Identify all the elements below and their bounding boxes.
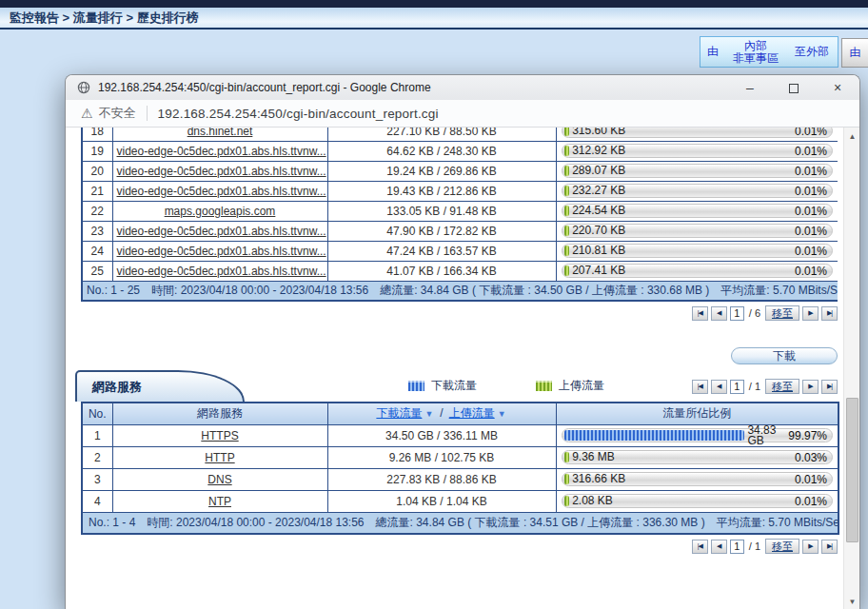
url-text[interactable]: 192.168.254.254:450/cgi-bin/account_repo… — [158, 107, 439, 121]
first-page-button[interactable]: |◀ — [692, 380, 708, 394]
page-content: 18 dns.hinet.net 227.10 KB / 88.50 KB 31… — [66, 128, 859, 609]
page-globe-icon — [77, 81, 90, 94]
header-row: No. 網路服務 下載流量▼/上傳流量▼ 流量所佔比例 — [82, 403, 838, 424]
table-row: 21 video-edge-0c5dec.pdx01.abs.hls.ttvnw… — [82, 181, 838, 201]
direction-selector-button[interactable]: 由 內部 非軍事區 至外部 — [700, 36, 838, 68]
first-page-button[interactable]: |◀ — [692, 540, 708, 554]
table-row: 24 video-edge-0c5dec.pdx01.abs.hls.ttvnw… — [82, 241, 838, 261]
table-row: 4 NTP 1.04 KB / 1.04 KB 2.08 KB0.01% — [82, 490, 838, 512]
vertical-scrollbar[interactable]: ▲ ▼ — [843, 128, 859, 609]
traffic-bar: 2.08 KB0.01% — [562, 494, 834, 508]
header-service: 網路服務 — [112, 403, 327, 424]
chrome-popup-window: 192.168.254.254:450/cgi-bin/account_repo… — [65, 74, 860, 609]
host-link[interactable]: video-edge-0c5dec.pdx01.abs.hls.ttvnw... — [117, 145, 326, 158]
host-link[interactable]: video-edge-0c5dec.pdx01.abs.hls.ttvnw... — [117, 185, 326, 198]
host-link[interactable]: video-edge-0c5dec.pdx01.abs.hls.ttvnw... — [117, 165, 326, 178]
traffic-cell: 227.10 KB / 88.50 KB — [327, 128, 556, 141]
last-page-button[interactable]: ▶| — [821, 306, 838, 321]
page-number-box[interactable]: 1 — [730, 540, 744, 554]
first-page-button[interactable]: |◀ — [692, 306, 708, 321]
direction-selector-partial-button[interactable]: 由 — [841, 38, 868, 68]
traffic-bar: 316.66 KB0.01% — [562, 472, 834, 486]
host-link[interactable]: video-edge-0c5dec.pdx01.abs.hls.ttvnw... — [117, 245, 326, 258]
page-number-box[interactable]: 1 — [730, 380, 744, 394]
rank-cell: 23 — [82, 221, 112, 241]
rank-cell: 22 — [82, 201, 112, 221]
rank-cell: 19 — [82, 141, 112, 161]
address-divider — [147, 106, 148, 121]
page-total-label: / 1 — [749, 381, 760, 392]
goto-page-button[interactable]: 移至 — [765, 539, 799, 554]
table-row: 18 dns.hinet.net 227.10 KB / 88.50 KB 31… — [82, 128, 838, 141]
table-row: 20 video-edge-0c5dec.pdx01.abs.hls.ttvnw… — [82, 161, 838, 181]
goto-page-button[interactable]: 移至 — [765, 379, 799, 394]
service-link[interactable]: DNS — [207, 473, 231, 486]
traffic-cell: 47.24 KB / 163.57 KB — [327, 241, 556, 261]
next-page-button[interactable]: ▶ — [802, 380, 819, 394]
sort-by-upload-link[interactable]: 上傳流量 — [449, 406, 495, 420]
summary-row: No.: 1 - 4 時間: 2023/04/18 00:00 - 2023/0… — [82, 512, 838, 534]
scroll-up-icon[interactable]: ▲ — [844, 129, 860, 144]
host-link[interactable]: dns.hinet.net — [187, 128, 253, 138]
maximize-button[interactable] — [772, 75, 816, 100]
last-page-button[interactable]: ▶| — [821, 540, 838, 554]
sort-desc-icon: ▼ — [424, 409, 433, 419]
traffic-cell: 41.07 KB / 166.34 KB — [327, 261, 556, 281]
goto-page-button[interactable]: 移至 — [765, 305, 799, 321]
rank-cell: 2 — [82, 446, 112, 468]
traffic-bar: 224.54 KB0.01% — [562, 204, 834, 218]
host-link[interactable]: video-edge-0c5dec.pdx01.abs.hls.ttvnw... — [117, 225, 326, 238]
page-total-label: / 1 — [749, 540, 760, 552]
table-row: 3 DNS 227.83 KB / 88.86 KB 316.66 KB0.01… — [82, 468, 838, 490]
page-number-box[interactable]: 1 — [730, 306, 744, 321]
address-bar[interactable]: ⚠ 不安全 192.168.254.254:450/cgi-bin/accoun… — [66, 100, 859, 128]
legend-upload: 上傳流量 — [536, 378, 604, 394]
traffic-cell: 47.90 KB / 172.82 KB — [327, 221, 556, 241]
host-link[interactable]: maps.googleapis.com — [165, 205, 276, 218]
minimize-button[interactable]: – — [728, 75, 772, 100]
traffic-cell: 133.05 KB / 91.48 KB — [327, 201, 556, 221]
traffic-cell: 1.04 KB / 1.04 KB — [327, 490, 556, 512]
download-button[interactable]: 下載 — [731, 347, 838, 364]
next-page-button[interactable]: ▶ — [802, 306, 819, 321]
traffic-cell: 19.43 KB / 212.86 KB — [327, 181, 556, 201]
rank-cell: 20 — [82, 161, 112, 181]
sort-by-download-link[interactable]: 下載流量 — [376, 406, 422, 420]
rank-cell: 24 — [82, 241, 112, 261]
scrollbar-thumb[interactable] — [846, 398, 858, 542]
prev-page-button[interactable]: ◀ — [711, 380, 727, 394]
host-traffic-table: 18 dns.hinet.net 227.10 KB / 88.50 KB 31… — [81, 128, 838, 302]
scroll-down-icon[interactable]: ▼ — [844, 595, 860, 609]
table-row: 22 maps.googleapis.com 133.05 KB / 91.48… — [82, 201, 838, 221]
rank-cell: 3 — [82, 468, 112, 490]
sort-desc-icon: ▼ — [498, 409, 506, 419]
traffic-bar: 312.92 KB0.01% — [562, 144, 834, 158]
table-row: 25 video-edge-0c5dec.pdx01.abs.hls.ttvnw… — [82, 261, 838, 281]
tab-network-services: 網路服務 — [75, 370, 245, 402]
service-link[interactable]: NTP — [208, 495, 231, 508]
download-legend-swatch-icon — [408, 381, 424, 391]
rank-cell: 25 — [82, 261, 112, 281]
prev-page-button[interactable]: ◀ — [711, 540, 727, 554]
host-table-summary: No.: 1 - 25 時間: 2023/04/18 00:00 - 2023/… — [82, 281, 838, 301]
prev-page-button[interactable]: ◀ — [711, 306, 727, 321]
next-page-button[interactable]: ▶ — [802, 540, 819, 554]
rank-cell: 4 — [82, 490, 112, 512]
rank-cell: 21 — [82, 181, 112, 201]
rank-cell: 18 — [82, 128, 112, 141]
last-page-button[interactable]: ▶| — [821, 380, 838, 394]
window-titlebar[interactable]: 192.168.254.254:450/cgi-bin/account_repo… — [66, 75, 859, 100]
not-secure-warning-icon: ⚠ — [81, 106, 93, 121]
traffic-bar: 210.81 KB0.01% — [562, 244, 834, 258]
close-button[interactable]: × — [816, 75, 859, 100]
table-row: 23 video-edge-0c5dec.pdx01.abs.hls.ttvnw… — [82, 221, 838, 241]
service-link[interactable]: HTTP — [205, 451, 234, 464]
traffic-bar: 289.07 KB0.01% — [562, 164, 834, 178]
rank-cell: 1 — [82, 424, 112, 446]
service-link[interactable]: HTTPS — [201, 429, 238, 442]
host-link[interactable]: video-edge-0c5dec.pdx01.abs.hls.ttvnw... — [117, 265, 326, 278]
upload-legend-swatch-icon — [536, 381, 552, 391]
table-row: 2 HTTP 9.26 MB / 102.75 KB 9.36 MB0.03% — [82, 446, 838, 468]
service-table-summary: No.: 1 - 4 時間: 2023/04/18 00:00 - 2023/0… — [82, 512, 838, 534]
traffic-bar: 315.60 KB0.01% — [562, 128, 834, 138]
